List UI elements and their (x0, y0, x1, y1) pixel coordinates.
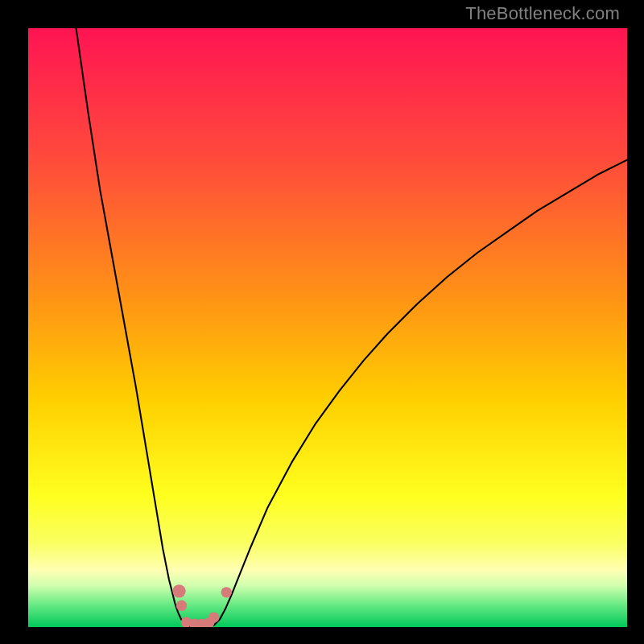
data-markers (172, 584, 232, 627)
data-marker (221, 587, 232, 597)
bottleneck-curve (76, 28, 627, 626)
watermark-text: TheBottleneck.com (465, 3, 620, 24)
data-marker (172, 584, 185, 597)
plot-area (28, 28, 627, 627)
data-marker (208, 612, 219, 622)
chart-frame: TheBottleneck.com (0, 0, 644, 644)
curve-layer (28, 28, 627, 627)
data-marker (176, 601, 187, 611)
